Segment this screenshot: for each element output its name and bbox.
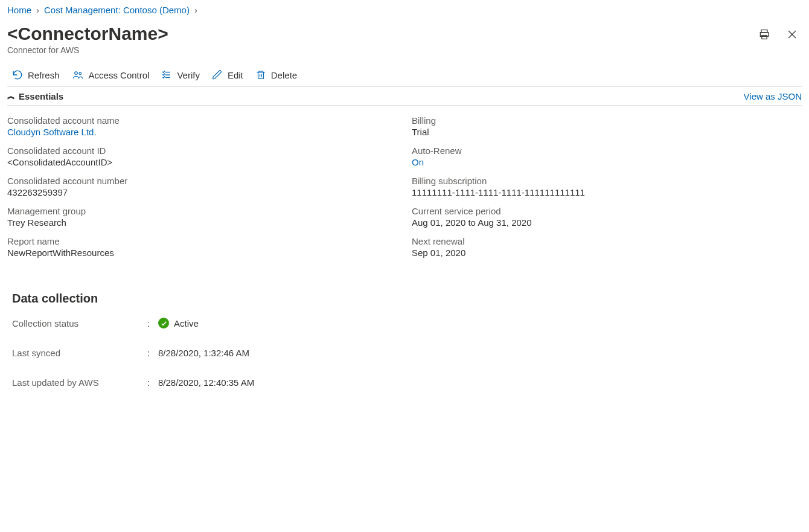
delete-label: Delete [271, 70, 297, 80]
last-synced-value: 8/28/2020, 1:32:46 AM [158, 348, 249, 358]
edit-label: Edit [228, 70, 243, 80]
collection-status-label: Collection status [12, 318, 147, 328]
auto-renew-label: Auto-Renew [412, 146, 802, 156]
verify-label: Verify [177, 70, 200, 80]
report-name-label: Report name [7, 236, 397, 246]
status-ok-icon [158, 318, 169, 328]
print-icon[interactable] [758, 28, 770, 40]
consolidated-account-id-label: Consolidated account ID [7, 146, 397, 156]
service-period-label: Current service period [412, 206, 802, 216]
billing-value: Trial [412, 127, 802, 137]
svg-rect-10 [258, 72, 263, 79]
consolidated-account-name-label: Consolidated account name [7, 115, 397, 126]
pencil-icon [212, 69, 223, 80]
svg-point-6 [78, 72, 81, 75]
last-synced-label: Last synced [12, 348, 147, 358]
billing-subscription-label: Billing subscription [412, 176, 802, 186]
chevron-right-icon: › [36, 5, 39, 15]
svg-rect-2 [762, 36, 767, 39]
essentials-grid: Consolidated account name Cloudyn Softwa… [7, 106, 802, 270]
auto-renew-value[interactable]: On [412, 157, 802, 167]
billing-label: Billing [412, 115, 802, 126]
essentials-label: Essentials [19, 91, 63, 101]
billing-subscription-value: 11111111-1111-1111-1111-111111111111 [412, 187, 802, 197]
consolidated-account-id-value: <ConsolidatedAccountID> [7, 157, 397, 167]
refresh-button[interactable]: Refresh [12, 69, 60, 80]
breadcrumb-home[interactable]: Home [7, 5, 31, 15]
last-updated-value: 8/28/2020, 12:40:35 AM [158, 377, 254, 388]
consolidated-account-name-value[interactable]: Cloudyn Software Ltd. [7, 127, 397, 137]
refresh-label: Refresh [28, 70, 60, 80]
service-period-value: Aug 01, 2020 to Aug 31, 2020 [412, 217, 802, 228]
delete-button[interactable]: Delete [255, 69, 297, 80]
checklist-icon [161, 69, 172, 80]
verify-button[interactable]: Verify [161, 69, 200, 80]
essentials-toggle[interactable]: ︽ Essentials [7, 91, 63, 101]
breadcrumb: Home › Cost Management: Contoso (Demo) › [7, 4, 802, 19]
page-title: <ConnectorName> [7, 24, 168, 44]
access-control-button[interactable]: Access Control [72, 69, 150, 80]
data-collection-heading: Data collection [12, 292, 802, 306]
command-bar: Refresh Access Control Verify Edit [7, 66, 802, 87]
refresh-icon [12, 69, 23, 80]
svg-point-5 [74, 72, 77, 75]
management-group-label: Management group [7, 206, 397, 216]
report-name-value: NewReportWithResources [7, 248, 397, 258]
access-control-label: Access Control [89, 70, 150, 80]
next-renewal-label: Next renewal [412, 236, 802, 246]
consolidated-account-number-label: Consolidated account number [7, 176, 397, 186]
management-group-value: Trey Research [7, 217, 397, 228]
collection-status-value: Active [174, 318, 199, 328]
view-as-json-link[interactable]: View as JSON [744, 91, 802, 101]
trash-icon [255, 69, 266, 80]
edit-button[interactable]: Edit [212, 69, 243, 80]
people-icon [72, 69, 84, 80]
chevron-up-icon: ︽ [7, 91, 15, 101]
chevron-right-icon: › [194, 5, 197, 15]
last-updated-label: Last updated by AWS [12, 377, 147, 388]
next-renewal-value: Sep 01, 2020 [412, 248, 802, 258]
close-icon[interactable] [786, 28, 798, 40]
page-subtitle: Connector for AWS [7, 45, 168, 55]
breadcrumb-cost-mgmt[interactable]: Cost Management: Contoso (Demo) [44, 5, 190, 15]
consolidated-account-number-value: 432263259397 [7, 187, 397, 197]
